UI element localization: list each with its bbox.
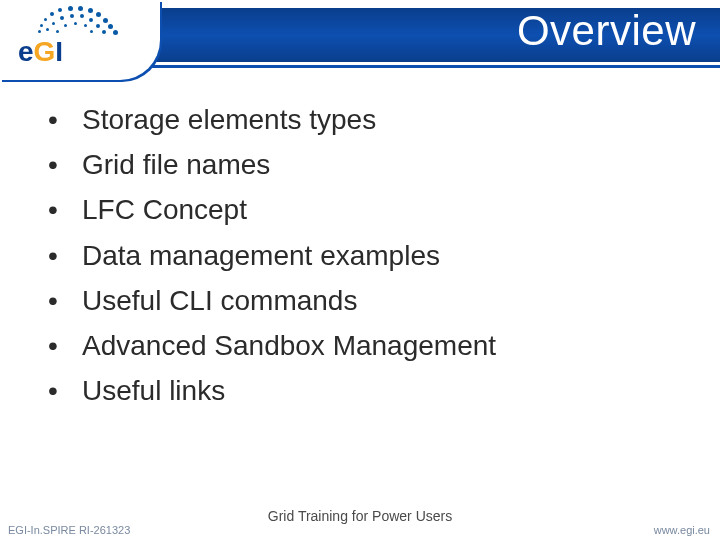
slide: Overview (0, 0, 720, 540)
bullet-mark: • (48, 145, 82, 184)
list-item: •Advanced Sandbox Management (48, 326, 680, 365)
bullet-mark: • (48, 190, 82, 229)
slide-title: Overview (517, 0, 696, 62)
logo-letter-e: e (18, 36, 34, 68)
logo-letter-i: I (55, 36, 63, 68)
bullet-text: Useful CLI commands (82, 281, 357, 320)
logo-container: e G I (0, 0, 160, 80)
logo-text: e G I (18, 36, 144, 68)
bullet-mark: • (48, 371, 82, 410)
list-item: •Data management examples (48, 236, 680, 275)
bullet-text: Storage elements types (82, 100, 376, 139)
bullet-text: Useful links (82, 371, 225, 410)
bullet-mark: • (48, 326, 82, 365)
content-area: •Storage elements types •Grid file names… (48, 100, 680, 416)
bullet-mark: • (48, 236, 82, 275)
list-item: •Storage elements types (48, 100, 680, 139)
bullet-text: LFC Concept (82, 190, 247, 229)
egi-logo: e G I (18, 6, 144, 68)
bullet-text: Data management examples (82, 236, 440, 275)
footer: EGI-In.SPIRE RI-261323 Grid Training for… (0, 502, 720, 540)
logo-letter-g: G (34, 36, 56, 68)
bullet-text: Advanced Sandbox Management (82, 326, 496, 365)
bullet-list: •Storage elements types •Grid file names… (48, 100, 680, 410)
list-item: •Useful CLI commands (48, 281, 680, 320)
footer-left: EGI-In.SPIRE RI-261323 (8, 524, 130, 536)
logo-dots (36, 2, 128, 40)
bullet-mark: • (48, 281, 82, 320)
footer-center: Grid Training for Power Users (0, 508, 720, 524)
list-item: •LFC Concept (48, 190, 680, 229)
list-item: •Grid file names (48, 145, 680, 184)
list-item: •Useful links (48, 371, 680, 410)
bullet-text: Grid file names (82, 145, 270, 184)
bullet-mark: • (48, 100, 82, 139)
footer-right: www.egi.eu (654, 524, 710, 536)
